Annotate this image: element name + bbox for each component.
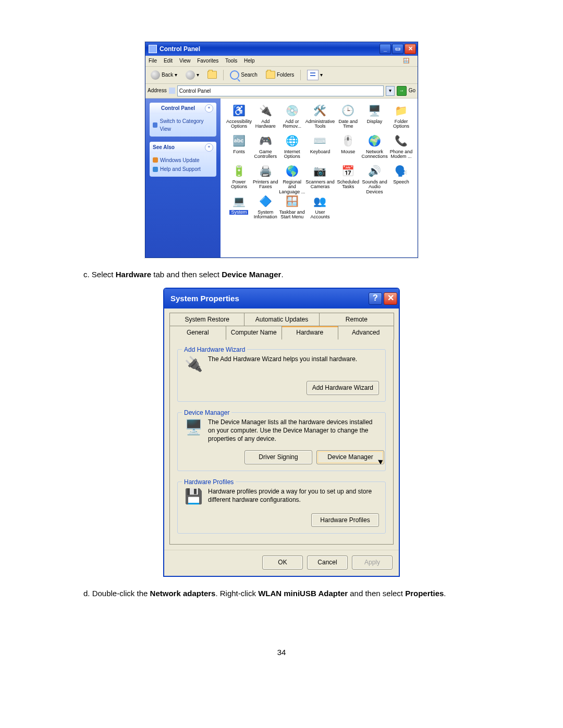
close-button[interactable]: ✕ xyxy=(384,292,397,305)
back-button[interactable]: Back ▾ xyxy=(148,69,180,81)
cp-icon-power-options[interactable]: 🔋Power Options xyxy=(226,163,252,193)
app-label: Sounds and Audio Devices xyxy=(361,180,388,195)
cp-icon-date-and-time[interactable]: 🕒Date and Time xyxy=(335,103,361,133)
see-also-help-support[interactable]: Help and Support xyxy=(153,165,213,174)
group-hardware-profiles: Hardware Profiles 💾 Hardware profiles pr… xyxy=(177,482,386,534)
menu-file[interactable]: File xyxy=(149,58,157,64)
tab-advanced[interactable]: Advanced xyxy=(338,326,395,340)
app-label: Power Options xyxy=(226,180,252,190)
app-icon: 🖨️ xyxy=(258,163,273,179)
close-button[interactable]: ✕ xyxy=(405,44,416,54)
switch-category-view-link[interactable]: Switch to Category View xyxy=(153,117,213,133)
cp-icon-scanners-and-cameras[interactable]: 📷Scanners and Cameras xyxy=(305,163,335,193)
legend-add-hardware: Add Hardware Wizard xyxy=(182,345,247,355)
app-icon: 📅 xyxy=(340,163,356,179)
collapse-icon[interactable]: « xyxy=(205,104,213,113)
cp-icon-printers-and-faxes[interactable]: 🖨️Printers and Faxes xyxy=(252,163,279,193)
sp-title: System Properties xyxy=(170,292,367,304)
tab-hardware[interactable]: Hardware xyxy=(282,326,338,340)
system-properties-window: System Properties ? ✕ System Restore Aut… xyxy=(163,288,400,577)
cp-icon-speech[interactable]: 🗣️Speech xyxy=(388,163,414,193)
cancel-button[interactable]: Cancel xyxy=(307,556,348,570)
device-manager-button[interactable]: Device Manager xyxy=(316,450,384,464)
menu-view[interactable]: View xyxy=(179,58,191,64)
cp-icon-system[interactable]: 💻System xyxy=(226,193,252,224)
cp-icon-add-or-remov[interactable]: 💿Add or Remov... xyxy=(279,103,305,133)
cp-icon-scheduled-tasks[interactable]: 📅Scheduled Tasks xyxy=(335,163,361,193)
minimize-button[interactable]: _ xyxy=(380,44,391,54)
cp-icon-display[interactable]: 🖥️Display xyxy=(361,103,388,133)
tab-computer-name[interactable]: Computer Name xyxy=(226,326,283,340)
control-panel-small-icon xyxy=(153,105,159,112)
app-icon: 🗣️ xyxy=(394,163,409,179)
tab-automatic-updates[interactable]: Automatic Updates xyxy=(244,313,319,326)
app-icon: 🌍 xyxy=(367,133,383,149)
address-input[interactable] xyxy=(177,85,384,96)
sidebar-box-see-also: See Also « Windows Update Help and Suppo… xyxy=(150,142,216,177)
menu-help[interactable]: Help xyxy=(244,58,255,64)
app-icon: 📞 xyxy=(394,133,409,149)
app-icon: 🌎 xyxy=(284,163,300,179)
cp-icon-internet-options[interactable]: 🌐Internet Options xyxy=(279,133,305,163)
app-label: Internet Options xyxy=(279,150,305,160)
driver-signing-button[interactable]: Driver Signing xyxy=(244,450,312,464)
chevron-down-icon: ▾ xyxy=(197,71,199,79)
tab-system-restore[interactable]: System Restore xyxy=(169,313,244,326)
cp-icon-keyboard[interactable]: ⌨️Keyboard xyxy=(305,133,335,163)
views-icon xyxy=(307,70,319,80)
see-also-windows-update[interactable]: Windows Update xyxy=(153,156,213,165)
forward-button[interactable]: ▾ xyxy=(182,69,202,81)
app-label: Accessibility Options xyxy=(226,119,252,130)
see-also-0-label: Windows Update xyxy=(160,156,200,165)
cp-icon-accessibility-options[interactable]: ♿Accessibility Options xyxy=(226,103,252,133)
up-button[interactable] xyxy=(204,69,220,80)
address-dropdown-icon[interactable]: ▾ xyxy=(386,86,395,96)
cp-icon-network-connections[interactable]: 🌍Network Connections xyxy=(361,133,388,163)
cp-address-bar: Address ▾ → Go xyxy=(145,84,418,98)
ok-button[interactable]: OK xyxy=(262,556,303,570)
app-label: Add Hardware xyxy=(252,119,279,130)
device-manager-icon: 🖥️ xyxy=(184,418,203,437)
cp-icon-fonts[interactable]: 🔤Fonts xyxy=(226,133,252,163)
app-icon: 💻 xyxy=(231,193,247,209)
cp-icon-user-accounts[interactable]: 👥User Accounts xyxy=(305,193,335,224)
cp-icon-phone-and-modem[interactable]: 📞Phone and Modem ... xyxy=(388,133,414,163)
app-icon: 🖱️ xyxy=(340,133,356,149)
search-button[interactable]: Search xyxy=(227,69,261,81)
collapse-icon[interactable]: « xyxy=(205,143,213,152)
app-icon: 🔌 xyxy=(258,103,273,118)
go-button[interactable]: → xyxy=(397,86,407,96)
add-hardware-wizard-button[interactable]: Add Hardware Wizard xyxy=(307,381,379,395)
cp-icon-system-information[interactable]: 🔷System Information xyxy=(252,193,279,224)
cp-icon-folder-options[interactable]: 📁Folder Options xyxy=(388,103,414,133)
see-also-1-label: Help and Support xyxy=(160,165,201,174)
cp-icon-mouse[interactable]: 🖱️Mouse xyxy=(335,133,361,163)
tab-remote[interactable]: Remote xyxy=(319,313,394,326)
app-label: Keyboard xyxy=(305,150,335,155)
cp-icon-game-controllers[interactable]: 🎮Game Controllers xyxy=(252,133,279,163)
views-button[interactable]: ▾ xyxy=(304,68,326,82)
address-label: Address xyxy=(148,87,167,95)
menu-favorites[interactable]: Favorites xyxy=(197,58,218,64)
sidebar-box1-title: Control Panel xyxy=(161,104,195,113)
app-label: Date and Time xyxy=(335,119,361,130)
folders-button[interactable]: Folders xyxy=(263,69,297,81)
xp-flag-icon: 🪟 xyxy=(403,57,409,65)
maximize-button[interactable]: ▭ xyxy=(392,44,403,54)
menu-edit[interactable]: Edit xyxy=(164,58,173,64)
help-button[interactable]: ? xyxy=(369,292,382,305)
cp-icon-add-hardware[interactable]: 🔌Add Hardware xyxy=(252,103,279,133)
apply-button[interactable]: Apply xyxy=(352,556,393,570)
hardware-profiles-button[interactable]: Hardware Profiles xyxy=(311,513,379,527)
app-icon: 👥 xyxy=(312,193,328,209)
cp-icon-sounds-and-audio-devices[interactable]: 🔊Sounds and Audio Devices xyxy=(361,163,388,193)
cp-icon-regional-and-language[interactable]: 🌎Regional and Language ... xyxy=(279,163,305,193)
search-label: Search xyxy=(241,71,258,79)
cp-icon-taskbar-and-start-menu[interactable]: 🪟Taskbar and Start Menu xyxy=(279,193,305,224)
menu-tools[interactable]: Tools xyxy=(225,58,237,64)
app-label: Network Connections xyxy=(361,150,388,160)
tab-general[interactable]: General xyxy=(169,326,226,340)
legend-hardware-profiles: Hardware Profiles xyxy=(182,477,236,487)
cp-icon-administrative-tools[interactable]: 🛠️Administrative Tools xyxy=(305,103,335,133)
app-label: Folder Options xyxy=(388,119,414,130)
